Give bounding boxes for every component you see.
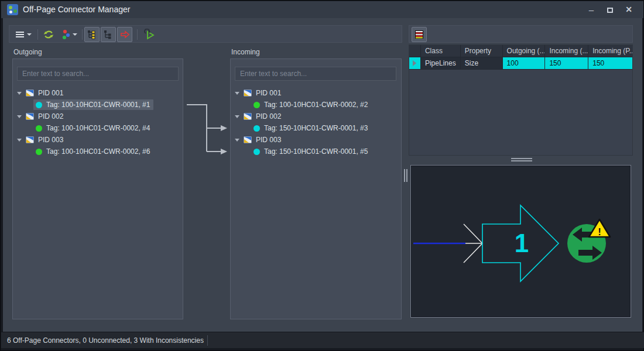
tree-item-tag6[interactable]: Tag: 100-10HC01-CWR-0002, #6 (12, 146, 182, 157)
table-header-row: Class Property Outgoing (... Incoming (.… (409, 45, 632, 57)
drawing-icon (25, 112, 35, 121)
tree-group-label: PID 002 (256, 112, 281, 121)
tree-item-tag2[interactable]: Tag: 100-10HC01-CWR-0002, #2 (230, 99, 400, 111)
toolbar-separator (37, 29, 38, 40)
cell-incoming-value2[interactable]: 150 (588, 57, 632, 70)
incoming-search-input[interactable] (235, 67, 396, 81)
toolbar-separator (82, 29, 83, 40)
tree-group-pid002[interactable]: PID 002 (230, 111, 400, 122)
column-header-property[interactable]: Property (461, 45, 503, 57)
maximize-button[interactable] (602, 1, 618, 18)
tree-item-tag4[interactable]: Tag: 100-10HC01-CWR-0002, #4 (12, 122, 182, 134)
show-mismatch-toggle[interactable] (117, 27, 132, 42)
table-toolbar (409, 25, 633, 43)
drawing-icon (25, 89, 35, 97)
property-grid-toggle[interactable] (412, 27, 427, 42)
vertical-splitter[interactable] (404, 169, 407, 182)
collapse-caret-icon[interactable] (17, 139, 22, 142)
connector-number: 1 (515, 229, 529, 257)
app-icon (7, 4, 18, 15)
row-selector-cell[interactable] (409, 57, 421, 70)
tree-group-label: PID 003 (38, 136, 63, 144)
status-dot (36, 102, 42, 108)
horizontal-splitter[interactable] (511, 158, 532, 161)
menu-icon (15, 30, 25, 39)
status-dot (254, 149, 260, 155)
tree-item-tag1[interactable]: Tag: 100-10HC01-CWR-0001, #1 (12, 99, 182, 111)
outgoing-tree: PID 001 Tag: 100-10HC01-CWR-0001, #1 PID… (12, 87, 182, 157)
incoming-tree: PID 001 Tag: 100-10HC01-CWR-0002, #2 PID… (230, 87, 400, 157)
collapse-caret-icon[interactable] (235, 115, 239, 118)
column-header-outgoing[interactable]: Outgoing (... (503, 45, 546, 57)
tag-label: Tag: 100-10HC01-CWR-0002, #4 (46, 124, 150, 132)
table-row[interactable]: PipeLines Size 100 150 150 (409, 57, 632, 70)
drawing-icon (243, 89, 252, 97)
drawing-icon (25, 136, 35, 144)
refresh-button[interactable] (40, 27, 57, 42)
group-by-drawing-toggle[interactable] (84, 27, 100, 42)
cell-property[interactable]: Size (461, 57, 503, 70)
status-dot (36, 125, 42, 132)
collapse-caret-icon[interactable] (235, 92, 239, 95)
tree-group-pid003[interactable]: PID 003 (230, 134, 400, 146)
tree-view-icon (104, 30, 113, 39)
outgoing-label: Outgoing (13, 48, 42, 56)
tag-label: Tag: 100-10HC01-CWR-0001, #1 (46, 101, 150, 109)
column-header-incoming2[interactable]: Incoming (P... (588, 45, 632, 57)
tree-item-tag5[interactable]: Tag: 150-10HC01-CWR-0001, #5 (230, 146, 400, 157)
status-bar: 6 Off-Page Connectors, 0 Unconnected, 3 … (1, 332, 644, 348)
minimize-button[interactable]: – (584, 1, 599, 18)
tree-group-pid002[interactable]: PID 002 (12, 111, 182, 122)
chevron-line-lower (464, 243, 482, 263)
menu-caret-icon (27, 33, 32, 36)
menu-button[interactable] (13, 27, 34, 42)
connection-arrows (183, 88, 230, 164)
cell-class[interactable]: PipeLines (421, 57, 461, 70)
tree-group-pid003[interactable]: PID 003 (12, 134, 182, 146)
export-icon (143, 29, 155, 40)
status-dot (254, 125, 260, 132)
tree-view-toggle[interactable] (101, 27, 116, 42)
maximize-icon (607, 8, 613, 13)
tree-item-tag3[interactable]: Tag: 150-10HC01-CWR-0001, #3 (230, 122, 400, 134)
preview-drawing: 1 ! (411, 166, 631, 317)
show-mismatch-arrow-icon (120, 30, 130, 39)
row-selector-header (409, 45, 421, 57)
refresh-icon (43, 29, 54, 40)
tag-label: Tag: 150-10HC01-CWR-0001, #3 (264, 124, 368, 132)
drawing-icon (243, 112, 252, 121)
properties-table: Class Property Outgoing (... Incoming (.… (409, 44, 633, 156)
legend-caret-icon (73, 33, 77, 36)
tree-group-pid001[interactable]: PID 001 (230, 87, 400, 99)
export-button[interactable] (141, 27, 158, 42)
tree-group-label: PID 001 (256, 89, 281, 97)
collapse-caret-icon[interactable] (17, 92, 22, 95)
drawing-icon (243, 136, 252, 144)
cell-outgoing-value[interactable]: 100 (503, 57, 546, 70)
cell-incoming-value1[interactable]: 150 (545, 57, 588, 70)
toolbar-separator (137, 29, 138, 40)
column-header-class[interactable]: Class (421, 45, 461, 57)
collapse-caret-icon[interactable] (235, 139, 239, 142)
window-title: Off-Page Connector Manager (23, 1, 130, 18)
close-button[interactable]: ✕ (621, 1, 636, 18)
column-header-incoming1[interactable]: Incoming (... (545, 45, 588, 57)
off-page-connector-manager-window: Off-Page Connector Manager – ✕ (0, 0, 644, 351)
main-toolbar (9, 25, 402, 43)
legend-colors-button[interactable] (57, 27, 80, 42)
tree-group-pid001[interactable]: PID 001 (12, 87, 182, 99)
svg-text:!: ! (598, 226, 601, 238)
status-separator (207, 335, 208, 346)
property-grid-icon (415, 30, 424, 39)
collapse-caret-icon[interactable] (17, 115, 22, 118)
status-text: 6 Off-Page Connectors, 0 Unconnected, 3 … (7, 332, 204, 349)
tag-label: Tag: 100-10HC01-CWR-0002, #6 (46, 147, 150, 156)
incoming-label: Incoming (231, 48, 260, 56)
connector-preview[interactable]: 1 ! (410, 165, 631, 318)
outgoing-search-input[interactable] (17, 67, 179, 81)
legend-colors-icon (60, 29, 70, 40)
tree-group-label: PID 002 (38, 112, 63, 121)
status-dot (36, 149, 42, 155)
title-bar[interactable]: Off-Page Connector Manager – ✕ (1, 1, 643, 18)
tag-label: Tag: 100-10HC01-CWR-0002, #2 (264, 101, 368, 109)
